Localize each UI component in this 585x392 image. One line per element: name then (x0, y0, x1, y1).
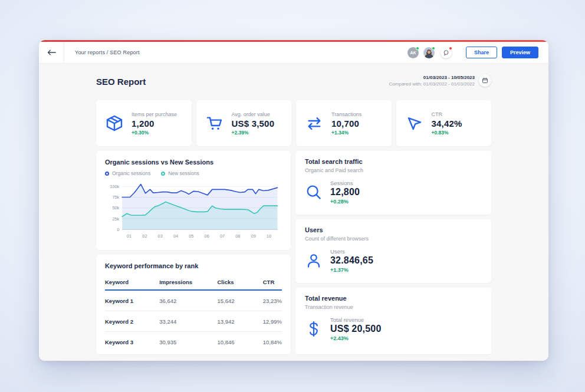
back-arrow-icon (47, 49, 56, 56)
share-button[interactable]: Share (466, 47, 497, 58)
kpi-label: Transactions (331, 111, 361, 117)
avatar-photo[interactable] (423, 47, 435, 58)
chat-bubble-icon (443, 50, 449, 56)
preview-button[interactable]: Preview (502, 47, 538, 58)
swap-arrows-icon (305, 114, 324, 133)
kpi-card-ctr: CTR 34,42% +0.83% (396, 100, 492, 146)
kpi-card-items-per-purchase: Items per purchase 1,200 +0.30% (96, 100, 192, 146)
package-icon (105, 114, 124, 133)
kpi-value: 1,200 (132, 118, 177, 129)
svg-text:06: 06 (205, 233, 209, 239)
panel-title: Users (305, 226, 482, 233)
svg-text:0: 0 (117, 227, 119, 232)
panel-total-revenue: Total revenue Transaction revenue Total … (295, 288, 491, 354)
report-canvas: SEO Report 01/03/2023 - 10/05/2023 Compa… (39, 64, 548, 361)
date-compared-with: Compared with: 01/03/2022 - 01/03/2022 (389, 81, 475, 87)
cell-keyword: Keyword 2 (105, 311, 159, 332)
svg-text:01: 01 (127, 233, 132, 239)
kpi-label: CTR (432, 111, 462, 117)
chart-title: Organic sessions vs New Sessions (105, 159, 282, 166)
cell-keyword: Keyword 1 (105, 290, 159, 311)
right-column: Total search traffic Organic and Paid se… (295, 151, 491, 354)
metric-label: Total revenue (330, 317, 382, 323)
notification-dot (449, 47, 452, 50)
metric-value: 32.846,65 (330, 255, 373, 266)
metric-delta: +0.28% (330, 199, 360, 205)
panel-subtitle: Count of different browsers (305, 236, 482, 242)
cell-ctr: 12,99% (263, 311, 282, 332)
search-icon (305, 183, 323, 201)
column-header-ctr: CTR (263, 274, 282, 290)
kpi-row: Items per purchase 1,200 +0.30% Avg. ord… (96, 100, 491, 146)
calendar-button[interactable] (479, 74, 491, 87)
metric-label: Sessions (330, 180, 360, 186)
sessions-chart-card: Organic sessions vs New Sessions Organic… (96, 151, 291, 250)
cursor-icon (405, 114, 424, 133)
legend-item-new-sessions[interactable]: New sessions (161, 170, 199, 176)
calendar-icon (482, 77, 488, 84)
column-header-clicks: Clicks (218, 274, 263, 290)
panel-total-search-traffic: Total search traffic Organic and Paid se… (295, 151, 491, 215)
kpi-delta: +0.30% (132, 130, 177, 136)
svg-text:04: 04 (173, 233, 178, 239)
legend-item-organic-sessions[interactable]: Organic sessions (105, 170, 150, 176)
date-range-block[interactable]: 01/03/2023 - 10/05/2023 Compared with: 0… (389, 72, 491, 87)
kpi-delta: +1.34% (331, 130, 361, 136)
metric-value: 12,800 (330, 187, 360, 197)
keyword-table-card: Keyword performance by rank Keyword Impr… (96, 255, 291, 354)
page-title: SEO Report (96, 72, 146, 87)
user-icon (305, 252, 323, 269)
table-title: Keyword performance by rank (105, 262, 282, 269)
kpi-delta: +2.39% (232, 130, 275, 136)
comments-button[interactable] (441, 47, 452, 58)
metric-value: US$ 20,500 (330, 324, 382, 334)
svg-text:25k: 25k (112, 216, 119, 222)
kpi-label: Items per purchase (132, 111, 177, 117)
svg-text:100k: 100k (110, 184, 119, 189)
svg-text:02: 02 (142, 233, 147, 239)
avatar-initials-label: AK (410, 51, 416, 55)
metric-delta: +2.43% (330, 335, 382, 341)
back-button[interactable] (39, 42, 64, 63)
svg-text:09: 09 (251, 233, 256, 239)
chart-plot-area: 025k50k75k100k01020304050607080910 (105, 179, 282, 246)
panel-subtitle: Organic and Paid search (305, 167, 482, 173)
svg-text:50k: 50k (112, 205, 119, 210)
avatar-ak[interactable]: AK (407, 47, 419, 58)
column-header-impressions: Impressions (159, 274, 217, 290)
svg-text:75k: 75k (112, 195, 119, 200)
svg-text:08: 08 (235, 233, 240, 239)
kpi-card-transactions: Transactions 10,700 +1.34% (296, 100, 392, 146)
cell-clicks: 13,942 (218, 311, 263, 332)
chart-legend: Organic sessions New sessions (105, 170, 282, 176)
online-dot (416, 47, 419, 50)
topbar: Your reports / SEO Report AK (39, 42, 548, 64)
panel-title: Total revenue (305, 295, 482, 302)
keyword-table: Keyword Impressions Clicks CTR Keyword 1… (105, 274, 282, 352)
cell-impressions: 30,935 (159, 332, 217, 353)
table-row: Keyword 2 33,244 13,942 12,99% (105, 311, 282, 332)
kpi-label: Avg. order value (232, 111, 275, 117)
metric-delta: +1.37% (330, 267, 373, 273)
svg-text:05: 05 (189, 233, 193, 239)
svg-text:03: 03 (158, 233, 163, 239)
legend-dot-blue (105, 172, 109, 176)
kpi-value: 34,42% (432, 118, 462, 129)
online-dot (432, 47, 435, 50)
cell-impressions: 36,642 (159, 290, 217, 311)
report-window: Your reports / SEO Report AK (39, 40, 548, 361)
panel-title: Total search traffic (305, 158, 482, 165)
table-row: Keyword 3 30,935 10,846 10,84% (105, 332, 282, 353)
column-header-keyword: Keyword (105, 274, 159, 290)
legend-label: New sessions (168, 170, 199, 176)
table-row: Keyword 1 36,642 15,642 23,23% (105, 290, 282, 311)
kpi-delta: +0.83% (432, 130, 462, 136)
metric-label: Users (330, 248, 373, 255)
panel-users: Users Count of different browsers Users … (295, 219, 491, 283)
dollar-icon (305, 320, 323, 338)
legend-label: Organic sessions (112, 170, 150, 176)
cart-icon (205, 114, 224, 133)
svg-text:10: 10 (267, 233, 271, 239)
cell-ctr: 23,23% (263, 290, 282, 311)
cell-clicks: 10,846 (218, 332, 263, 353)
